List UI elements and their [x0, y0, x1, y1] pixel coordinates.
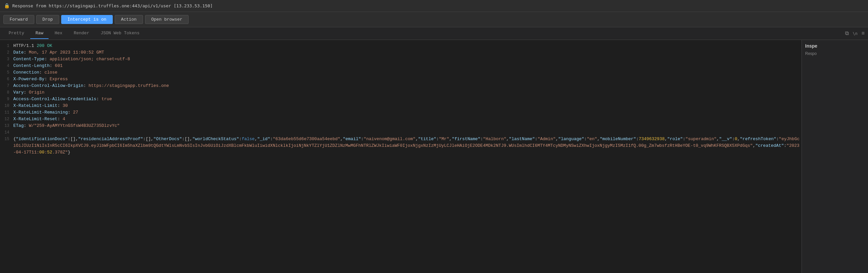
line-number: 15 — [0, 136, 13, 142]
open-browser-button[interactable]: Open browser — [145, 15, 189, 24]
tab-pretty[interactable]: Pretty — [3, 28, 30, 39]
title-bar: 🔒 Response from https://stagingapi.truff… — [0, 0, 868, 12]
forward-button[interactable]: Forward — [3, 15, 34, 24]
line-number: 4 — [0, 62, 13, 69]
table-row: 15{"identificationDocs":[],"residencialA… — [0, 136, 802, 156]
table-row: 5Connection: close — [0, 69, 802, 76]
line-content: Content-Length: 601 — [13, 62, 802, 69]
table-row: 14 — [0, 129, 802, 136]
line-number: 10 — [0, 103, 13, 109]
tabs-bar: Pretty Raw Hex Render JSON Web Tokens ⧉ … — [0, 27, 868, 40]
table-row: 13ETag: W/"259-AyAMYYtnGSfsW4B3UZ735Dlzv… — [0, 122, 802, 129]
line-number: 6 — [0, 76, 13, 83]
main-content: 1HTTP/1.1 200 OK2Date: Mon, 17 Apr 2023 … — [0, 40, 868, 273]
tab-json-web-tokens[interactable]: JSON Web Tokens — [95, 28, 145, 39]
window-title: Response from https://stagingapi.truffle… — [12, 3, 213, 8]
table-row: 9Access-Control-Allow-Credentials: true — [0, 96, 802, 103]
action-button[interactable]: Action — [115, 15, 143, 24]
line-content: X-RateLimit-Remaining: 27 — [13, 109, 802, 116]
table-row: 3Content-Type: application/json; charset… — [0, 56, 802, 62]
inspector-title: Inspe — [805, 43, 865, 49]
line-number: 11 — [0, 109, 13, 116]
line-number: 13 — [0, 122, 13, 129]
line-content: HTTP/1.1 200 OK — [13, 43, 802, 49]
line-number: 3 — [0, 56, 13, 62]
line-content: ETag: W/"259-AyAMYYtnGSfsW4B3UZ735DlzvYc… — [13, 122, 802, 129]
line-content: Connection: close — [13, 69, 802, 76]
line-number: 7 — [0, 83, 13, 89]
intercept-button[interactable]: Intercept is on — [61, 15, 113, 24]
line-content: {"identificationDocs":[],"residencialAdd… — [13, 136, 802, 156]
line-number: 1 — [0, 43, 13, 49]
line-content: Content-Type: application/json; charset=… — [13, 56, 802, 62]
tab-raw[interactable]: Raw — [30, 28, 49, 39]
tab-icons: ⧉ \n ≡ — [845, 30, 865, 37]
lock-icon: 🔒 — [4, 3, 10, 9]
line-content: X-Powered-By: Express — [13, 76, 802, 83]
copy-icon[interactable]: ⧉ — [845, 30, 849, 37]
response-pane[interactable]: 1HTTP/1.1 200 OK2Date: Mon, 17 Apr 2023 … — [0, 40, 802, 273]
table-row: 10X-RateLimit-Limit: 30 — [0, 103, 802, 109]
drop-button[interactable]: Drop — [36, 15, 59, 24]
table-row: 2Date: Mon, 17 Apr 2023 11:00:52 GMT — [0, 49, 802, 56]
line-content: Date: Mon, 17 Apr 2023 11:00:52 GMT — [13, 49, 802, 56]
table-row: 8Vary: Origin — [0, 89, 802, 96]
newline-icon[interactable]: \n — [853, 31, 857, 36]
line-number: 8 — [0, 89, 13, 96]
table-row: 1HTTP/1.1 200 OK — [0, 43, 802, 49]
table-row: 7Access-Control-Allow-Origin: https://st… — [0, 83, 802, 89]
inspector-subtitle: Respo — [805, 51, 865, 56]
line-number: 2 — [0, 49, 13, 56]
line-content: Vary: Origin — [13, 89, 802, 96]
table-row: 6X-Powered-By: Express — [0, 76, 802, 83]
line-number: 5 — [0, 69, 13, 76]
line-number: 12 — [0, 116, 13, 122]
table-row: 4Content-Length: 601 — [0, 62, 802, 69]
line-number: 9 — [0, 96, 13, 103]
tab-render[interactable]: Render — [68, 28, 95, 39]
line-number: 14 — [0, 129, 13, 136]
line-content: X-RateLimit-Reset: 4 — [13, 116, 802, 122]
line-content: Access-Control-Allow-Credentials: true — [13, 96, 802, 103]
table-row: 11X-RateLimit-Remaining: 27 — [0, 109, 802, 116]
line-content: X-RateLimit-Limit: 30 — [13, 103, 802, 109]
line-content: Access-Control-Allow-Origin: https://sta… — [13, 83, 802, 89]
table-row: 12X-RateLimit-Reset: 4 — [0, 116, 802, 122]
tab-hex[interactable]: Hex — [49, 28, 67, 39]
menu-icon[interactable]: ≡ — [861, 31, 865, 37]
toolbar: Forward Drop Intercept is on Action Open… — [0, 12, 868, 27]
inspector-pane: Inspe Respo — [802, 40, 868, 273]
